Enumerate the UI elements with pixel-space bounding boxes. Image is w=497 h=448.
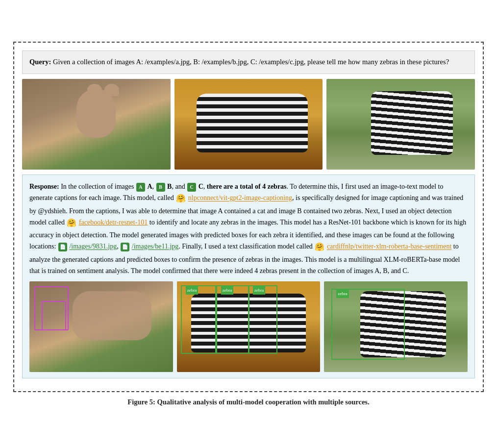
query-section: Query: Given a collection of images A: /…: [22, 50, 475, 74]
text-p3: . Finally, I used a text classification …: [178, 243, 314, 250]
icon-image-a: A: [136, 183, 145, 192]
icon-file1: 📄: [58, 243, 67, 251]
query-text: Given a collection of images A: /example…: [51, 58, 449, 66]
response-intro: In the collection of images: [59, 183, 136, 190]
detection-box-cat-2: [42, 301, 66, 330]
model2-link[interactable]: facebook/detr-resnet-101: [79, 219, 148, 226]
model1-link[interactable]: nlpconnect/vit-gpt2-image-captioning: [188, 195, 292, 202]
detection-box-zebra-2: zebra: [216, 285, 249, 354]
query-image-a: [22, 79, 171, 170]
query-image-b: [174, 79, 323, 170]
icon-file2: 📄: [121, 243, 129, 251]
query-label: Query:: [29, 58, 51, 66]
detection-box-zebra-single: zebra: [331, 289, 405, 360]
figure-caption: Figure 5: Qualitative analysis of multi-…: [127, 398, 369, 406]
response-section: Response: In the collection of images A …: [22, 174, 475, 378]
text-image-c-label: C: [199, 183, 203, 190]
detection-box-zebra-3: zebra: [248, 285, 277, 354]
det-label-single: zebra: [336, 290, 348, 298]
text-image-b-label: B: [167, 183, 172, 190]
response-image-b: zebra zebra zebra: [177, 281, 321, 372]
response-images-row: zebra zebra zebra zebra: [29, 281, 468, 372]
result-text: there are a total of 4 zebras: [207, 183, 287, 190]
response-image-c: zebra: [324, 281, 468, 372]
caption-text: Qualitative analysis of multi-model coop…: [155, 398, 370, 406]
model3-link[interactable]: cardiffnlp/twitter-xlm-roberta-base-sent…: [327, 243, 451, 250]
det-label-2: zebra: [221, 286, 233, 295]
robot-emoji-2: 🤗: [67, 217, 76, 229]
icon-image-b: B: [156, 183, 165, 192]
det-label-1: zebra: [186, 286, 198, 295]
robot-emoji-3: 🤗: [315, 241, 324, 253]
detection-box-zebra-1: zebra: [181, 285, 216, 354]
icon-image-c: C: [187, 183, 196, 192]
file1-link[interactable]: /images/9831.jpg: [69, 243, 117, 250]
figure-container: Query: Given a collection of images A: /…: [13, 42, 484, 392]
caption-prefix: Figure 5:: [127, 398, 155, 406]
response-label: Response:: [29, 183, 59, 190]
query-image-c: [326, 79, 475, 170]
query-images-row: [22, 79, 475, 170]
text-image-a-label: A: [147, 183, 152, 190]
det-label-3: zebra: [253, 286, 265, 295]
robot-emoji-1: 🤗: [176, 192, 186, 205]
file2-link[interactable]: /images/be11.jpg: [132, 243, 179, 250]
response-image-a: [29, 281, 173, 372]
